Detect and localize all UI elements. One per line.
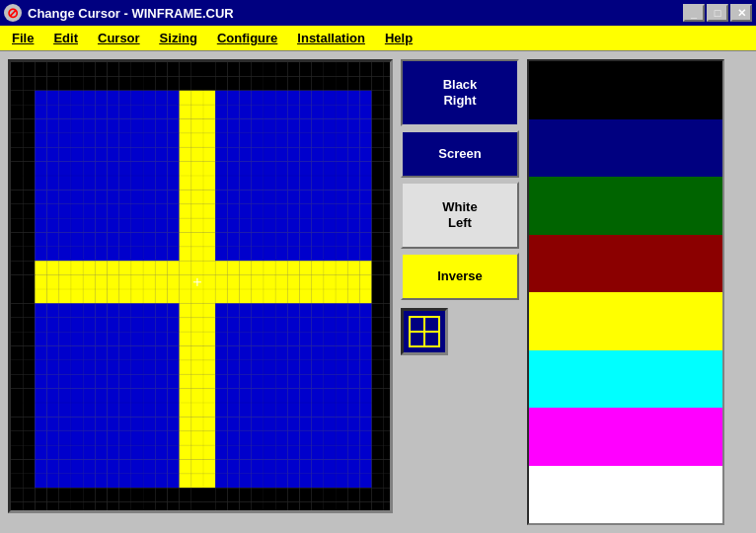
color-swatch-6[interactable] — [529, 408, 722, 466]
menu-file[interactable]: File — [4, 29, 41, 47]
color-swatch-4[interactable] — [529, 292, 722, 350]
white-left-button[interactable]: WhiteLeft — [401, 182, 519, 249]
grid-icon — [409, 316, 440, 347]
menu-edit[interactable]: Edit — [45, 29, 86, 47]
menu-cursor[interactable]: Cursor — [90, 29, 148, 47]
color-panel — [527, 59, 724, 525]
grid-cell-3 — [411, 333, 423, 345]
app-icon: ⊘ — [4, 4, 22, 22]
title-bar-left: ⊘ Change Cursor - WINFRAME.CUR — [4, 4, 234, 22]
inverse-button[interactable]: Inverse — [401, 253, 519, 300]
color-swatch-1[interactable] — [529, 119, 722, 178]
screen-button[interactable]: Screen — [401, 130, 519, 178]
pixel-canvas[interactable] — [11, 62, 393, 513]
close-button[interactable]: ✕ — [730, 4, 752, 22]
minimize-button[interactable]: _ — [683, 4, 705, 22]
menu-installation[interactable]: Installation — [289, 29, 373, 47]
menu-configure[interactable]: Configure — [209, 29, 285, 47]
menu-sizing[interactable]: Sizing — [152, 29, 205, 47]
color-swatch-0[interactable] — [529, 61, 722, 119]
maximize-button[interactable]: □ — [707, 4, 728, 22]
main-content: BlackRight Screen WhiteLeft Inverse — [0, 51, 756, 533]
menu-help[interactable]: Help — [377, 29, 420, 47]
black-right-button[interactable]: BlackRight — [401, 59, 519, 126]
color-swatch-5[interactable] — [529, 350, 722, 409]
grid-cell-4 — [425, 333, 438, 345]
menu-bar: File Edit Cursor Sizing Configure Instal… — [0, 26, 756, 51]
grid-cell-2 — [425, 318, 438, 331]
cursor-type-panel: BlackRight Screen WhiteLeft Inverse — [401, 59, 519, 525]
color-swatch-3[interactable] — [529, 235, 722, 293]
title-bar: ⊘ Change Cursor - WINFRAME.CUR _ □ ✕ — [0, 0, 756, 26]
color-swatch-2[interactable] — [529, 177, 722, 235]
grid-cell-1 — [411, 318, 423, 331]
color-swatch-7[interactable] — [529, 466, 722, 524]
canvas-area[interactable] — [8, 59, 393, 513]
grid-tool-button[interactable] — [401, 308, 448, 355]
window-title: Change Cursor - WINFRAME.CUR — [28, 6, 234, 21]
window-controls: _ □ ✕ — [683, 4, 752, 22]
